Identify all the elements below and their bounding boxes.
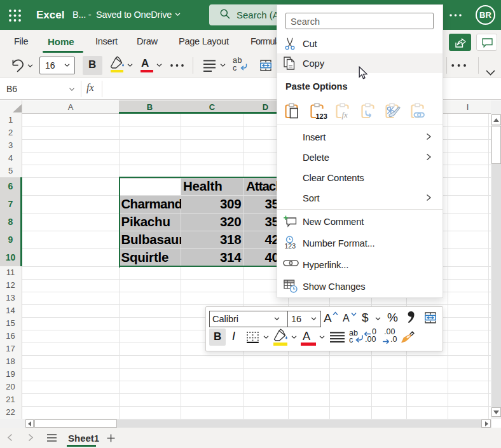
svg-text:123: 123 xyxy=(316,112,327,120)
svg-text:fx: fx xyxy=(342,110,348,119)
svg-text:123: 123 xyxy=(285,242,296,249)
